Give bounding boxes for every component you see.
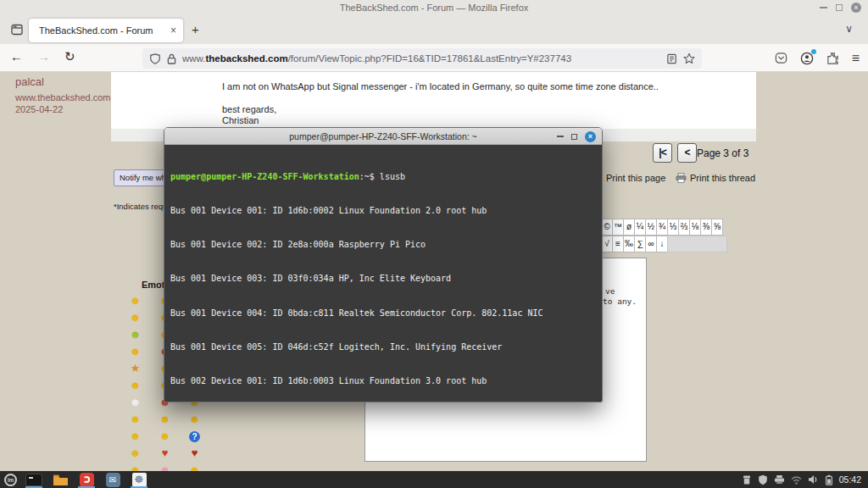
extensions-puzzle-icon[interactable] [826, 52, 839, 64]
terminal-output-line: Bus 002 Device 001: ID 1d6b:0003 Linux F… [170, 375, 596, 386]
reload-button[interactable]: ↻ [64, 49, 75, 64]
minimize-button[interactable] [820, 7, 827, 8]
terminal-output-line: Bus 001 Device 002: ID 2e8a:000a Raspber… [170, 239, 596, 250]
taskbar-files-button[interactable] [51, 472, 70, 487]
emoticon[interactable]: ☻ [120, 445, 150, 462]
char-cell[interactable]: √ [601, 236, 613, 252]
app-menu-icon[interactable]: ≡ [852, 51, 860, 66]
char-cell[interactable]: ⅓ [667, 219, 679, 236]
account-notification-dot [811, 49, 816, 54]
terminal-output-line: Bus 001 Device 004: ID 0bda:c811 Realtek… [170, 308, 596, 319]
tracking-shield-icon[interactable] [149, 53, 161, 65]
shield-icon[interactable] [758, 474, 768, 485]
char-cell[interactable]: ≡ [612, 236, 624, 252]
author-name[interactable]: palcal [15, 75, 111, 88]
char-cell[interactable]: ½ [645, 219, 657, 236]
emoticon-question[interactable]: ? [180, 428, 209, 445]
tab-active[interactable]: TheBackShed.com - Forum × [29, 19, 183, 42]
reply-text-fragment: ve [605, 286, 615, 296]
wifi-icon[interactable] [791, 475, 802, 485]
emoticon[interactable]: ☻ [180, 411, 209, 428]
clock[interactable]: 05:42 [839, 474, 861, 485]
printer-icon [676, 173, 687, 183]
battery-icon[interactable] [825, 474, 833, 485]
tab-close-icon[interactable]: × [165, 25, 176, 36]
maximize-button[interactable] [836, 4, 843, 11]
taskbar-browser-button[interactable] [77, 472, 96, 487]
terminal-minimize-button[interactable] [557, 136, 564, 137]
char-cell[interactable]: ¼ [634, 219, 646, 236]
emoticon[interactable]: ☻ [120, 343, 150, 360]
emoticon[interactable]: ★ [120, 360, 150, 377]
prev-page-button[interactable]: < [677, 143, 697, 163]
system-tray: 05:42 [742, 474, 868, 485]
emoticon[interactable]: ☻ [120, 428, 150, 445]
close-button[interactable]: × [851, 3, 861, 13]
emoticon-heart[interactable]: ♥ [150, 445, 180, 462]
char-cell[interactable]: ∑ [634, 236, 646, 252]
print-page-link[interactable]: Print this page [592, 173, 665, 183]
gear-icon: ☸ [132, 473, 147, 487]
navigation-toolbar: ← → ↻ www.thebackshed.com/forum/ViewTopi… [0, 44, 868, 72]
terminal-output-line: Bus 001 Device 005: ID 046d:c52f Logitec… [170, 341, 596, 352]
emoticon-broken-heart[interactable]: ♥ [180, 445, 209, 462]
page-indicator: Page 3 of 3 [697, 147, 748, 159]
url-path: /forum/ViewTopic.php?FID=16&TID=17861&La… [288, 53, 571, 64]
package-update-icon[interactable] [742, 474, 752, 485]
char-cell[interactable]: © [601, 219, 613, 236]
char-row-filler [667, 236, 727, 252]
char-cell[interactable]: ø [623, 219, 635, 236]
post-body-text: I am not on WhatsApp but Signal messenge… [222, 81, 659, 92]
terminal-window[interactable]: pumper@pumper-HP-Z240-SFF-Workstation: ~… [164, 127, 603, 402]
char-cell[interactable]: ⅜ [700, 219, 712, 236]
bookmark-star-icon[interactable] [683, 53, 695, 64]
emoticon[interactable]: ☻ [120, 309, 150, 326]
char-cell[interactable]: ⅔ [678, 219, 690, 236]
pocket-icon[interactable] [775, 52, 787, 64]
firefox-view-icon[interactable] [10, 23, 24, 36]
emoticon[interactable]: ☻ [120, 394, 150, 411]
taskbar-terminal-button[interactable] [25, 472, 43, 487]
char-cell[interactable]: ⅛ [689, 219, 701, 236]
emoticon[interactable]: ☻ [120, 326, 150, 343]
printer-tray-icon[interactable] [774, 474, 785, 485]
firefox-titlebar: TheBackShed.com - Forum — Mozilla Firefo… [0, 0, 868, 15]
mint-menu-button[interactable]: lm [4, 474, 17, 486]
new-tab-button[interactable]: + [192, 22, 199, 36]
terminal-output[interactable]: pumper@pumper-HP-Z240-SFF-Workstation:~$… [164, 145, 602, 402]
lock-icon[interactable] [167, 53, 176, 64]
print-thread-link[interactable]: Print this thread [676, 173, 755, 183]
first-page-button[interactable]: |< [653, 143, 672, 163]
url-text[interactable]: www.thebackshed.com/forum/ViewTopic.php?… [182, 53, 660, 64]
forward-button: → [37, 49, 50, 64]
emoticon[interactable]: ☻ [120, 377, 150, 394]
back-button[interactable]: ← [10, 49, 23, 64]
list-tabs-chevron-icon[interactable]: ∨ [845, 23, 853, 35]
reader-mode-icon[interactable] [666, 53, 677, 64]
char-cell[interactable]: ∞ [645, 236, 657, 252]
terminal-maximize-button[interactable] [571, 134, 577, 140]
char-cell[interactable]: ™ [612, 219, 624, 236]
char-cell[interactable]: ‰ [623, 236, 635, 252]
window-title: TheBackShed.com - Forum — Mozilla Firefo… [340, 3, 529, 13]
emoticon[interactable]: ☻ [150, 428, 180, 445]
emoticon[interactable]: ☻ [120, 292, 150, 309]
terminal-titlebar[interactable]: pumper@pumper-HP-Z240-SFF-Workstation: ~… [164, 128, 602, 145]
terminal-prompt-line: pumper@pumper-HP-Z240-SFF-Workstation:~$… [170, 171, 596, 182]
char-cell[interactable]: ↓ [656, 236, 668, 252]
taskbar-settings-button[interactable]: ☸ [130, 472, 148, 487]
emoticon[interactable]: ☻ [120, 411, 150, 428]
account-button[interactable] [800, 52, 814, 65]
author-date: 2025-04-22 [15, 104, 111, 114]
emoticon[interactable]: ☻ [150, 411, 180, 428]
char-cell[interactable]: ⅝ [711, 219, 723, 236]
url-bar[interactable]: www.thebackshed.com/forum/ViewTopic.php?… [142, 48, 702, 69]
char-cell[interactable]: ¾ [656, 219, 668, 236]
special-char-row-2: % √ ≡ ‰ ∑ ∞ ↓ [590, 236, 726, 252]
tab-title: TheBackShed.com - Forum [39, 25, 165, 36]
volume-icon[interactable] [808, 474, 819, 485]
mail-envelope-icon: ✉ [106, 473, 120, 487]
desktop: TheBackShed.com - Forum — Mozilla Firefo… [0, 0, 868, 488]
terminal-close-button[interactable]: × [585, 131, 596, 142]
taskbar-mail-button[interactable]: ✉ [103, 472, 122, 487]
